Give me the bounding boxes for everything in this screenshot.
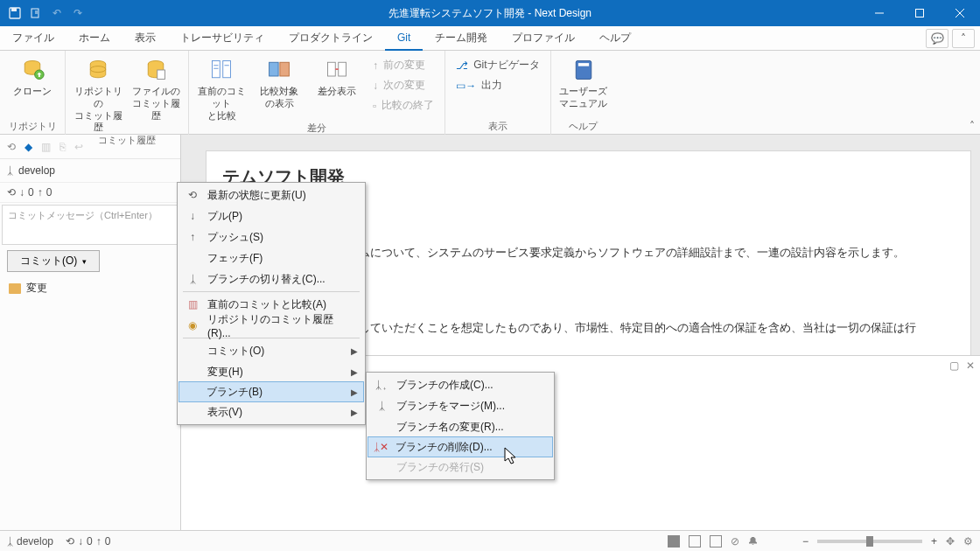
repo-history-button[interactable]: リポジトリの コミット履歴 [71, 54, 125, 134]
svg-rect-13 [213, 61, 220, 78]
branch-delete-icon: ᛣ✕ [373, 441, 388, 453]
end-compare-button[interactable]: ▫比較の終了 [368, 96, 439, 115]
zoom-slider[interactable] [817, 540, 922, 543]
tab-profile[interactable]: プロファイル [500, 26, 587, 51]
settings-icon[interactable]: ⚙ [963, 535, 973, 548]
close-button[interactable] [940, 0, 980, 26]
commit-message-input[interactable]: コミットメッセージ（Ctrl+Enter） [2, 205, 178, 245]
menu-repo-history[interactable]: ◉リポジトリのコミット履歴(R)... [179, 315, 363, 336]
tab-help[interactable]: ヘルプ [587, 26, 643, 51]
diff-show-button[interactable]: 差分表示 [310, 54, 364, 98]
tab-productline[interactable]: プロダクトライン [276, 26, 385, 51]
menu-switch-branch[interactable]: ᛣブランチの切り替え(C)... [179, 269, 363, 289]
ribbon-collapse-icon[interactable]: ˄ [970, 120, 975, 132]
tool-icon-1[interactable]: ▥ [41, 141, 51, 153]
status-sync[interactable]: ⟲↓0↑0 [66, 535, 110, 548]
svg-rect-14 [223, 61, 231, 78]
maximize-button[interactable] [900, 0, 940, 26]
submenu-arrow-icon: ▶ [351, 387, 358, 397]
menu-push[interactable]: ↑プッシュ(S) [179, 227, 363, 248]
changes-node[interactable]: 変更 [0, 276, 180, 301]
git-navigator-button[interactable]: ⎇Gitナビゲータ [451, 56, 544, 74]
menu-bar: ファイル ホーム 表示 トレーサビリティ プロダクトライン Git チーム開発 … [0, 26, 980, 51]
submenu-create-branch[interactable]: ᛣ₊ブランチの作成(C)... [368, 374, 552, 395]
tab-git[interactable]: Git [385, 26, 423, 51]
fit-icon[interactable]: ✥ [946, 535, 955, 548]
compare-small-icon: ▥ [185, 298, 200, 310]
branch-icon: ᛣ [7, 164, 13, 177]
status-branch[interactable]: ᛣdevelop [7, 535, 53, 548]
menu-commit[interactable]: コミット(O)▶ [179, 340, 363, 361]
view-mode-3[interactable] [710, 535, 722, 548]
file-history-label: ファイルの コミット履歴 [129, 86, 183, 122]
down-arrow-icon: ↓ [373, 80, 378, 92]
output-button[interactable]: ▭→出力 [451, 76, 544, 94]
mouse-cursor [504, 447, 520, 466]
collapse-ribbon-icon[interactable]: ˄ [952, 29, 975, 48]
window-title: 先進運転システムソフト開発 - Next Design [388, 6, 592, 21]
menu-fetch[interactable]: フェッチ(F) [179, 248, 363, 269]
branch-tool-icon[interactable]: ◆ [24, 141, 32, 153]
tool-icon-3[interactable]: ↩ [74, 141, 83, 153]
tab-file[interactable]: ファイル [0, 26, 66, 51]
current-branch[interactable]: ᛣ develop [0, 159, 180, 183]
output-icon: ▭→ [456, 80, 476, 92]
menu-branch[interactable]: ブランチ(B)▶ [178, 381, 364, 402]
sync-icon: ⟲ [66, 535, 74, 548]
up-arrow-icon: ↑ [38, 186, 43, 199]
refresh-icon: ⟲ [185, 189, 200, 201]
tab-home[interactable]: ホーム [66, 26, 122, 51]
panel-close-icon[interactable]: ✕ [966, 359, 975, 372]
branch-submenu: ᛣ₊ブランチの作成(C)... ᛣブランチをマージ(M)... ブランチ名の変更… [366, 372, 555, 480]
svg-rect-17 [328, 62, 336, 76]
stop-icon: ▫ [373, 100, 376, 112]
group-help-label: ヘルプ [556, 120, 611, 135]
clone-button[interactable]: クローン [5, 54, 60, 98]
manual-button[interactable]: ユーザーズ マニュアル [556, 54, 611, 110]
tool-icon-2[interactable]: ⎘ [60, 141, 66, 153]
database-icon [84, 56, 112, 84]
sync-counts[interactable]: ⟲ ↓0 ↑0 [0, 183, 180, 203]
svg-rect-20 [578, 63, 588, 66]
diff-prev-button[interactable]: 直前のコミット と比較 [194, 54, 248, 122]
submenu-arrow-icon: ▶ [351, 408, 358, 417]
book-icon [570, 56, 598, 84]
svg-rect-4 [916, 10, 924, 17]
error-icon[interactable]: ⊘ [731, 535, 739, 548]
file-history-button[interactable]: ファイルの コミット履歴 [129, 54, 183, 122]
view-mode-2[interactable] [689, 535, 701, 548]
prev-change-button[interactable]: ↑前の変更 [368, 56, 439, 74]
bell-icon[interactable]: 🔔︎ [748, 535, 759, 548]
tab-display[interactable]: 表示 [122, 26, 168, 51]
panel-restore-icon[interactable]: ▢ [949, 359, 959, 372]
submenu-rename-branch[interactable]: ブランチ名の変更(R)... [368, 416, 552, 437]
chat-icon[interactable]: 💬 [926, 29, 948, 48]
sync-icon[interactable]: ⟲ [7, 141, 16, 153]
tab-traceability[interactable]: トレーサビリティ [168, 26, 276, 51]
next-change-button[interactable]: ↓次の変更 [368, 76, 439, 94]
redo-icon[interactable]: ↷ [70, 5, 86, 21]
up-arrow-icon: ↑ [373, 59, 378, 72]
zoom-out-icon[interactable]: − [802, 535, 808, 548]
undo-icon[interactable]: ↶ [49, 5, 65, 21]
view-mode-1[interactable] [668, 535, 680, 548]
switch-icon: ᛣ [185, 273, 200, 285]
branch-nav-icon: ⎇ [456, 59, 468, 72]
submenu-merge-branch[interactable]: ᛣブランチをマージ(M)... [368, 395, 552, 416]
diff-target-button[interactable]: 比較対象 の表示 [252, 54, 306, 110]
commit-button[interactable]: コミット(O)▾ [7, 250, 100, 272]
newfile-icon[interactable] [28, 5, 44, 21]
zoom-in-icon[interactable]: + [931, 535, 937, 548]
tab-team[interactable]: チーム開発 [423, 26, 500, 51]
push-icon: ↑ [185, 231, 200, 243]
submenu-delete-branch[interactable]: ᛣ✕ブランチの削除(D)... [368, 436, 553, 457]
menu-change[interactable]: 変更(H)▶ [179, 361, 363, 382]
menu-pull[interactable]: ↓プル(P) [179, 206, 363, 227]
down-arrow-icon: ↓ [19, 186, 24, 199]
save-icon[interactable] [7, 5, 23, 21]
minimize-button[interactable] [859, 0, 900, 26]
diff-target-label: 比較対象 の表示 [260, 86, 298, 110]
svg-rect-16 [280, 62, 290, 76]
menu-display[interactable]: 表示(V)▶ [179, 401, 363, 422]
menu-refresh[interactable]: ⟲最新の状態に更新(U) [179, 185, 363, 206]
